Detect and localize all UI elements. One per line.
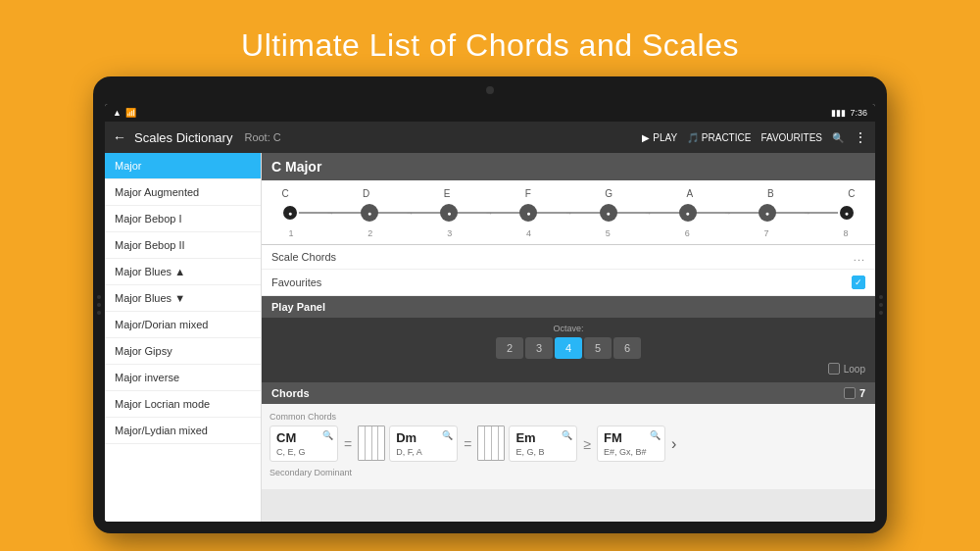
piano-key-3 [372,426,379,460]
chord-card-dm[interactable]: Dm D, F, A 🔍 [389,426,458,462]
app-title: Scales Dictionary [134,130,232,145]
loop-label: Loop [844,364,865,375]
note-dot-5[interactable]: ● [600,204,617,222]
sidebar-item-major[interactable]: Major [105,153,261,179]
sidebar-item-major-blues-down[interactable]: Major Blues ▼ [105,285,261,312]
scale-chords-label: Scale Chords [271,251,336,263]
note-dot-6[interactable]: ● [679,204,697,222]
note-dot-1[interactable]: ● [281,204,299,222]
note-label-g: G [599,188,618,199]
scale-chords-row[interactable]: Scale Chords ... [262,245,875,270]
favourites-checkbox[interactable] [852,276,865,289]
note-label-b: B [760,188,780,199]
sidebar-item-major-bebop-i[interactable]: Major Bebop I [105,206,261,232]
chord-sep-3: ≥ [581,426,593,462]
chord-notes-cm: C, E, G [276,447,331,457]
octave-btn-3[interactable]: 3 [525,337,553,359]
common-chords-label: Common Chords [270,412,867,422]
note-num-8: 8 [836,228,856,238]
chord-notes-dm: D, F, A [396,447,451,457]
sidebar-item-major-augmented[interactable]: Major Augmented [105,179,261,206]
tablet-frame: ▲ 📶 ▮▮▮ 7:36 ← Scales Dictionary Root: C… [93,76,887,533]
note-label-f: F [518,188,538,199]
sidebar-item-major-locrian[interactable]: Major Locrian mode [105,391,261,418]
page-header-title: Ultimate List of Chords and Scales [0,27,980,64]
note-dot-4[interactable]: ● [519,204,537,222]
sidebar-item-major-lydian[interactable]: Major/Lydian mixed [105,418,261,444]
note-label-c: C [275,188,295,199]
main-content: Major Major Augmented Major Bebop I Majo… [105,153,875,522]
octave-btn-6[interactable]: 6 [613,337,641,359]
sidebar-item-major-dorian[interactable]: Major/Dorian mixed [105,312,261,338]
speaker-right [879,295,883,315]
checkbox-checked-icon [852,276,865,289]
note-num-3: 3 [440,228,460,238]
speaker-left [97,295,101,315]
sidebar-item-major-blues-up[interactable]: Major Blues ▲ [105,259,261,285]
note-num-5: 5 [598,228,617,238]
screen: ▲ 📶 ▮▮▮ 7:36 ← Scales Dictionary Root: C… [105,104,875,522]
scale-list: Major Major Augmented Major Bebop I Majo… [105,153,262,522]
chord-search-icon-em[interactable]: 🔍 [562,430,572,440]
octave-btn-4[interactable]: 4 [555,337,582,359]
sidebar-item-major-bebop-ii[interactable]: Major Bebop II [105,232,261,259]
chord-notes-fm: E#, Gx, B# [604,447,659,457]
note-num-6: 6 [677,228,697,238]
loop-checkbox[interactable] [828,363,840,375]
status-right: ▮▮▮ 7:36 [831,108,867,118]
app-bar-actions: ▶ PLAY 🎵 PRACTICE FAVOURITES 🔍 ⋮ [642,129,867,145]
play-panel-header: Play Panel [262,296,875,318]
note-numbers: 1 2 3 4 5 6 7 8 [271,226,865,238]
octave-btn-2[interactable]: 2 [496,337,523,359]
note-num-7: 7 [757,228,776,238]
play-button[interactable]: ▶ PLAY [642,132,677,143]
scale-actions: Scale Chords ... Favourites [262,245,875,296]
octave-label: Octave: [271,324,865,333]
piano-key-4 [378,426,384,460]
note-label-d: D [357,188,376,199]
camera-dot [486,86,494,94]
chord-search-icon-fm[interactable]: 🔍 [650,430,661,440]
note-label-c2: C [842,188,861,199]
secondary-dominant-label: Secondary Dominant [270,468,867,477]
chords-count: 7 [844,387,865,399]
scale-note-labels: C D E F G A B C [271,188,865,199]
piano-key-8 [499,426,505,460]
note-label-a: A [680,188,700,199]
chord-search-icon-dm[interactable]: 🔍 [442,430,453,440]
favourites-button[interactable]: FAVOURITES [760,132,822,143]
chord-card-fm[interactable]: FM E#, Gx, B# 🔍 [597,426,665,462]
chord-sep-1: = [342,426,354,462]
octave-btn-5[interactable]: 5 [584,337,612,359]
note-dot-3[interactable]: ● [440,204,458,222]
more-icon[interactable]: ⋮ [854,129,867,145]
note-label-e: E [437,188,457,199]
piano-key-7 [492,426,499,460]
favourites-row[interactable]: Favourites [262,270,875,296]
piano-key-5 [478,426,485,460]
note-num-1: 1 [281,228,301,238]
chord-card-cm[interactable]: CM C, E, G 🔍 [270,426,338,462]
chord-search-icon-cm[interactable]: 🔍 [322,430,333,440]
back-button[interactable]: ← [113,129,126,145]
chord-sep-2: = [462,426,473,462]
chords-checkbox[interactable] [844,387,856,399]
note-dot-7[interactable]: ● [759,204,776,222]
chords-count-label: 7 [859,387,865,399]
app-bar: ← Scales Dictionary Root: C ▶ PLAY 🎵 PRA… [105,122,875,153]
sidebar-item-major-inverse[interactable]: Major inverse [105,365,261,391]
scale-title: C Major [262,153,875,180]
practice-button[interactable]: 🎵 PRACTICE [687,132,751,143]
note-dot-8[interactable]: ● [838,204,856,222]
chord-notes-em: E, G, B [515,447,570,457]
search-icon[interactable]: 🔍 [832,132,844,143]
chords-body: Common Chords CM C, E, G 🔍 = [262,404,875,489]
piano-keys-1 [358,426,385,461]
note-dot-2[interactable]: ● [361,204,378,222]
piano-keys-2 [477,426,505,461]
note-num-2: 2 [361,228,380,238]
chord-card-em[interactable]: Em E, G, B 🔍 [509,426,577,462]
wifi-icon: 📶 [125,108,136,118]
chords-title: Chords [271,387,310,399]
sidebar-item-major-gipsy[interactable]: Major Gipsy [105,338,261,365]
